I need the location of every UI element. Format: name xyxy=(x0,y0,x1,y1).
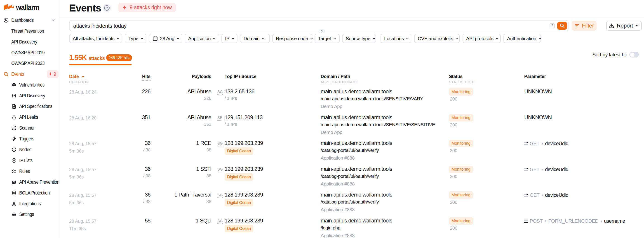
svg-text:IP: IP xyxy=(13,159,15,162)
svg-text:?: ? xyxy=(106,6,108,10)
svg-text:ID: ID xyxy=(13,192,15,194)
